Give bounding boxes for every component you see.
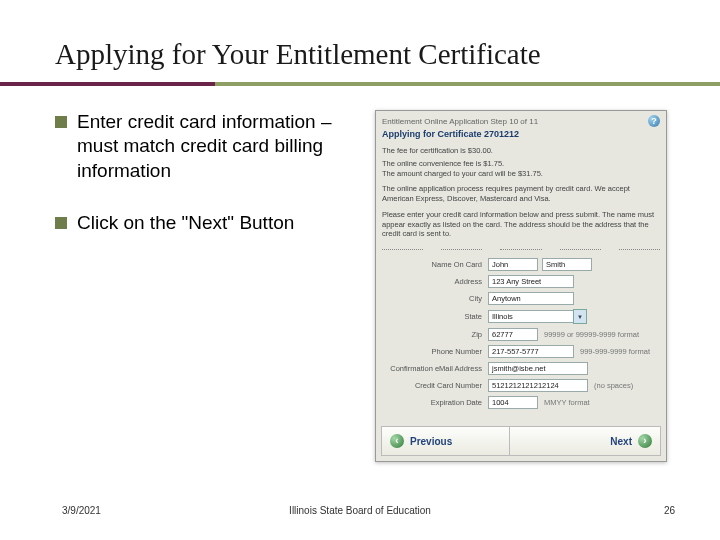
label-email: Confirmation eMail Address xyxy=(382,364,488,373)
label-state: State xyxy=(382,312,488,321)
email-input[interactable]: jsmith@isbe.net xyxy=(488,362,588,375)
label-phone: Phone Number xyxy=(382,347,488,356)
address-input[interactable]: 123 Any Street xyxy=(488,275,574,288)
next-label: Next xyxy=(610,436,632,447)
footer-org: Illinois State Board of Education xyxy=(289,505,431,516)
help-icon[interactable]: ? xyxy=(648,115,660,127)
para-2: Please enter your credit card informatio… xyxy=(376,207,666,242)
label-name: Name On Card xyxy=(382,260,488,269)
title-rule xyxy=(0,82,720,86)
chevron-down-icon: ▼ xyxy=(573,309,587,324)
name-first-input[interactable]: John xyxy=(488,258,538,271)
bullet-2: Click on the "Next" Button xyxy=(55,211,345,235)
previous-label: Previous xyxy=(410,436,452,447)
phone-hint: 999-999-9999 format xyxy=(580,347,650,356)
bullet-2-text: Click on the "Next" Button xyxy=(77,211,294,235)
bullet-1: Enter credit card information – must mat… xyxy=(55,110,345,183)
fee-line-1: The fee for certification is $30.00. xyxy=(376,143,666,159)
card-hint: (no spaces) xyxy=(594,381,633,390)
card-illustration-row xyxy=(376,242,666,256)
bullet-1-text: Enter credit card information – must mat… xyxy=(77,110,345,183)
card-input[interactable]: 5121212121212124 xyxy=(488,379,588,392)
next-button[interactable]: Next › xyxy=(509,426,661,456)
next-arrow-icon: › xyxy=(638,434,652,448)
label-address: Address xyxy=(382,277,488,286)
label-card: Credit Card Number xyxy=(382,381,488,390)
label-city: City xyxy=(382,294,488,303)
shot-heading: Applying for Certificate 2701212 xyxy=(376,129,666,143)
city-input[interactable]: Anytown xyxy=(488,292,574,305)
para-1: The online application process requires … xyxy=(376,181,666,207)
exp-input[interactable]: 1004 xyxy=(488,396,538,409)
footer-page-number: 26 xyxy=(664,505,675,516)
name-last-input[interactable]: Smith xyxy=(542,258,592,271)
application-screenshot: Entitlement Online Application Step 10 o… xyxy=(375,110,667,462)
label-exp: Expiration Date xyxy=(382,398,488,407)
label-zip: Zip xyxy=(382,330,488,339)
previous-arrow-icon: ‹ xyxy=(390,434,404,448)
slide-title: Applying for Your Entitlement Certificat… xyxy=(55,38,541,71)
exp-hint: MMYY format xyxy=(544,398,590,407)
state-value: Illinois xyxy=(488,310,574,323)
phone-input[interactable]: 217-557-5777 xyxy=(488,345,574,358)
bullet-square-icon xyxy=(55,217,67,229)
fee-line-3: The amount charged to your card will be … xyxy=(376,169,666,182)
fee-line-2: The online convenience fee is $1.75. xyxy=(376,159,666,169)
zip-input[interactable]: 62777 xyxy=(488,328,538,341)
footer-date: 3/9/2021 xyxy=(62,505,101,516)
body-text: Enter credit card information – must mat… xyxy=(55,110,345,263)
bullet-square-icon xyxy=(55,116,67,128)
zip-hint: 99999 or 99999-9999 format xyxy=(544,330,639,339)
state-select[interactable]: Illinois ▼ xyxy=(488,309,587,324)
step-label: Entitlement Online Application Step 10 o… xyxy=(382,117,538,126)
